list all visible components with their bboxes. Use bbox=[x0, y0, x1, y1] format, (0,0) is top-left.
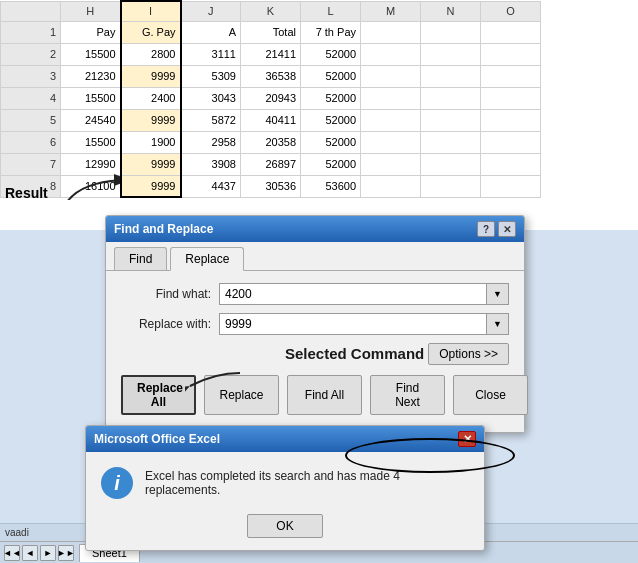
find-what-dropdown[interactable]: ▼ bbox=[487, 283, 509, 305]
msgbox-message: Excel has completed its search and has m… bbox=[145, 469, 469, 497]
cell-j[interactable]: 5309 bbox=[181, 65, 241, 87]
cell-o[interactable] bbox=[481, 87, 541, 109]
cell-i[interactable]: 9999 bbox=[121, 65, 181, 87]
cell-m[interactable] bbox=[361, 131, 421, 153]
cell-i[interactable]: 9999 bbox=[121, 153, 181, 175]
replace-with-dropdown[interactable]: ▼ bbox=[487, 313, 509, 335]
table-row: 215500280031112141152000 bbox=[1, 43, 541, 65]
cell-m[interactable] bbox=[361, 153, 421, 175]
tab-scroll-next[interactable]: ► bbox=[40, 545, 56, 561]
cell-l[interactable]: 52000 bbox=[301, 153, 361, 175]
close-title-button[interactable]: ✕ bbox=[498, 221, 516, 237]
find-what-input[interactable] bbox=[219, 283, 487, 305]
msgbox-footer: OK bbox=[86, 509, 484, 550]
cell-n[interactable] bbox=[421, 175, 481, 197]
cell-l[interactable]: 52000 bbox=[301, 87, 361, 109]
cell-h[interactable]: 15500 bbox=[61, 43, 121, 65]
cell-o[interactable] bbox=[481, 43, 541, 65]
cell-i[interactable]: 2400 bbox=[121, 87, 181, 109]
cell-m[interactable] bbox=[361, 109, 421, 131]
cell-j[interactable]: 3043 bbox=[181, 87, 241, 109]
ok-button[interactable]: OK bbox=[247, 514, 322, 538]
cell-k[interactable]: 21411 bbox=[241, 43, 301, 65]
col-h-header: H bbox=[61, 1, 121, 21]
cell-i[interactable]: G. Pay bbox=[121, 21, 181, 43]
help-button[interactable]: ? bbox=[477, 221, 495, 237]
cell-m[interactable] bbox=[361, 65, 421, 87]
cell-h[interactable]: Pay bbox=[61, 21, 121, 43]
cell-l[interactable]: 52000 bbox=[301, 131, 361, 153]
info-icon: i bbox=[101, 467, 133, 499]
cell-k[interactable]: 30536 bbox=[241, 175, 301, 197]
cell-h[interactable]: 24540 bbox=[61, 109, 121, 131]
cell-l[interactable]: 7 th Pay bbox=[301, 21, 361, 43]
cell-n[interactable] bbox=[421, 43, 481, 65]
cell-l[interactable]: 52000 bbox=[301, 43, 361, 65]
cell-m[interactable] bbox=[361, 21, 421, 43]
cell-l[interactable]: 52000 bbox=[301, 65, 361, 87]
find-what-row: Find what: ▼ bbox=[121, 283, 509, 305]
cell-o[interactable] bbox=[481, 175, 541, 197]
table-row: 321230999953093653852000 bbox=[1, 65, 541, 87]
cell-k[interactable]: 20358 bbox=[241, 131, 301, 153]
cell-n[interactable] bbox=[421, 153, 481, 175]
cell-j[interactable]: 5872 bbox=[181, 109, 241, 131]
cell-i[interactable]: 9999 bbox=[121, 175, 181, 197]
row-number-cell: 3 bbox=[1, 65, 61, 87]
find-all-button[interactable]: Find All bbox=[287, 375, 362, 415]
cell-o[interactable] bbox=[481, 109, 541, 131]
tab-scroll-prev[interactable]: ◄ bbox=[22, 545, 38, 561]
cell-m[interactable] bbox=[361, 43, 421, 65]
tab-replace[interactable]: Replace bbox=[170, 247, 244, 271]
col-n-header: N bbox=[421, 1, 481, 21]
cell-n[interactable] bbox=[421, 109, 481, 131]
dialog-action-buttons: Replace All Replace Find All Find Next C… bbox=[121, 375, 509, 420]
cell-k[interactable]: 20943 bbox=[241, 87, 301, 109]
tab-scroll-last[interactable]: ►► bbox=[58, 545, 74, 561]
cell-j[interactable]: A bbox=[181, 21, 241, 43]
cell-n[interactable] bbox=[421, 87, 481, 109]
cell-k[interactable]: 26897 bbox=[241, 153, 301, 175]
cell-i[interactable]: 9999 bbox=[121, 109, 181, 131]
find-next-button[interactable]: Find Next bbox=[370, 375, 445, 415]
cell-i[interactable]: 2800 bbox=[121, 43, 181, 65]
col-l-header: L bbox=[301, 1, 361, 21]
cell-k[interactable]: 36538 bbox=[241, 65, 301, 87]
cell-l[interactable]: 53600 bbox=[301, 175, 361, 197]
message-box: Microsoft Office Excel ✕ i Excel has com… bbox=[85, 425, 485, 551]
table-row: 615500190029582035852000 bbox=[1, 131, 541, 153]
msgbox-body: i Excel has completed its search and has… bbox=[86, 452, 484, 509]
tab-find[interactable]: Find bbox=[114, 247, 167, 270]
cell-l[interactable]: 52000 bbox=[301, 109, 361, 131]
msgbox-close-button[interactable]: ✕ bbox=[458, 431, 476, 447]
cell-h[interactable]: 15500 bbox=[61, 131, 121, 153]
cell-j[interactable]: 3111 bbox=[181, 43, 241, 65]
cell-j[interactable]: 3908 bbox=[181, 153, 241, 175]
replace-with-input-wrap: ▼ bbox=[219, 313, 509, 335]
cell-m[interactable] bbox=[361, 175, 421, 197]
cell-j[interactable]: 4437 bbox=[181, 175, 241, 197]
cell-n[interactable] bbox=[421, 21, 481, 43]
cell-j[interactable]: 2958 bbox=[181, 131, 241, 153]
tab-scroll-buttons: ◄◄ ◄ ► ►► bbox=[4, 545, 74, 561]
row-number-cell: 2 bbox=[1, 43, 61, 65]
cell-n[interactable] bbox=[421, 131, 481, 153]
cell-h[interactable]: 21230 bbox=[61, 65, 121, 87]
find-what-input-wrap: ▼ bbox=[219, 283, 509, 305]
replace-with-input[interactable] bbox=[219, 313, 487, 335]
selected-command-arrow bbox=[185, 368, 245, 398]
cell-o[interactable] bbox=[481, 21, 541, 43]
cell-k[interactable]: 40411 bbox=[241, 109, 301, 131]
cell-h[interactable]: 15500 bbox=[61, 87, 121, 109]
close-button[interactable]: Close bbox=[453, 375, 528, 415]
cell-m[interactable] bbox=[361, 87, 421, 109]
cell-o[interactable] bbox=[481, 131, 541, 153]
options-button[interactable]: Options >> bbox=[428, 343, 509, 365]
tab-scroll-first[interactable]: ◄◄ bbox=[4, 545, 20, 561]
cell-o[interactable] bbox=[481, 153, 541, 175]
cell-n[interactable] bbox=[421, 65, 481, 87]
table-row: 524540999958724041152000 bbox=[1, 109, 541, 131]
cell-k[interactable]: Total bbox=[241, 21, 301, 43]
cell-i[interactable]: 1900 bbox=[121, 131, 181, 153]
cell-o[interactable] bbox=[481, 65, 541, 87]
